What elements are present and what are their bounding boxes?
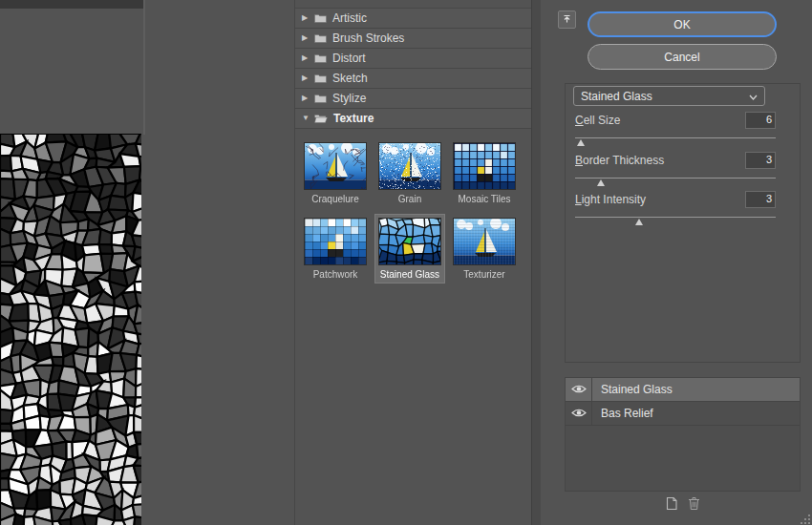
disclosure-collapsed-icon: ▶ xyxy=(302,54,313,62)
slider-thumb[interactable] xyxy=(597,179,605,186)
folder-icon xyxy=(314,74,327,83)
thumbnail-image xyxy=(304,218,367,265)
thumbnail-craquelure[interactable]: Craquelure xyxy=(301,139,370,207)
slider-value-input[interactable]: 6 xyxy=(745,112,776,129)
category-sketch[interactable]: ▶ Sketch xyxy=(295,69,531,89)
cancel-button[interactable]: Cancel xyxy=(588,44,777,70)
category-distort[interactable]: ▶ Distort xyxy=(295,49,531,69)
category-list: ▶ Artistic ▶ Brush Strokes ▶ Distort ▶ S… xyxy=(295,8,531,129)
thumbnail-stained-glass[interactable]: Stained Glass xyxy=(375,215,444,283)
slider-thumb[interactable] xyxy=(635,219,643,225)
slider-track[interactable] xyxy=(575,137,776,138)
effect-layers-panel: Stained Glass Bas Relief xyxy=(565,377,801,492)
thumbnail-image xyxy=(453,142,516,190)
category-label: Brush Strokes xyxy=(332,32,404,45)
disclosure-expanded-icon: ▼ xyxy=(302,115,313,122)
slider-track[interactable] xyxy=(575,217,776,218)
trash-icon xyxy=(688,496,700,514)
slider-label: Border Thickness xyxy=(575,154,664,167)
cell-size-slider-group: Cell Size 6 xyxy=(575,112,776,138)
disclosure-collapsed-icon: ▶ xyxy=(302,74,313,82)
slider-label: Light Intensity xyxy=(575,193,646,206)
effect-layer-bas-relief[interactable]: Bas Relief xyxy=(566,402,800,426)
new-layer-icon xyxy=(664,496,678,514)
slider-value-input[interactable]: 3 xyxy=(745,191,776,208)
thumbnail-label: Craquelure xyxy=(301,194,370,204)
thumbnail-mosaic-tiles[interactable]: Mosaic Tiles xyxy=(450,139,519,207)
effect-layer-stained-glass[interactable]: Stained Glass xyxy=(566,378,800,402)
eye-icon xyxy=(571,381,587,398)
thumbnail-label: Mosaic Tiles xyxy=(450,194,519,204)
slider-thumb[interactable] xyxy=(577,139,585,146)
category-artistic[interactable]: ▶ Artistic xyxy=(295,9,531,29)
thumbnail-grain[interactable]: Grain xyxy=(375,139,444,207)
filter-thumbnail-grid: Craquelure Grain Mosaic Tiles Patchwork … xyxy=(301,139,531,283)
filter-gallery-dialog: ▶ Artistic ▶ Brush Strokes ▶ Distort ▶ S… xyxy=(0,0,812,525)
folder-icon xyxy=(314,33,327,43)
slider-value-input[interactable]: 3 xyxy=(745,152,776,169)
thumbnail-image xyxy=(453,218,516,265)
effect-layer-label: Stained Glass xyxy=(592,378,673,401)
new-effect-layer-button[interactable] xyxy=(661,496,680,513)
filter-select-value: Stained Glass xyxy=(581,90,652,103)
category-texture[interactable]: ▼ Texture xyxy=(295,109,531,129)
category-brush-strokes[interactable]: ▶ Brush Strokes xyxy=(295,29,531,49)
thumbnail-texturizer[interactable]: Texturizer xyxy=(450,215,519,283)
effect-layer-label: Bas Relief xyxy=(592,402,653,425)
preview-canvas[interactable] xyxy=(0,134,141,525)
light-intensity-slider-group: Light Intensity 3 xyxy=(575,191,776,218)
category-stylize[interactable]: ▶ Stylize xyxy=(295,89,531,109)
thumbnail-image xyxy=(304,142,367,190)
delete-effect-layer-button[interactable] xyxy=(684,496,703,513)
slider-track[interactable] xyxy=(575,178,776,178)
filter-select[interactable]: Stained Glass xyxy=(573,86,765,106)
thumbnail-image xyxy=(378,142,441,190)
thumbnail-label: Texturizer xyxy=(450,269,519,280)
thumbnail-label: Grain xyxy=(375,194,444,204)
border-thickness-slider-group: Border Thickness 3 xyxy=(575,152,776,178)
arrow-up-icon xyxy=(562,12,572,27)
thumbnail-patchwork[interactable]: Patchwork xyxy=(301,215,370,283)
preview-image-top-edge xyxy=(0,0,145,9)
thumbnail-label: Stained Glass xyxy=(375,269,444,280)
category-label: Sketch xyxy=(332,72,368,85)
collapse-panel-button[interactable] xyxy=(558,10,576,29)
open-folder-icon xyxy=(314,114,328,123)
category-label: Distort xyxy=(332,52,366,65)
disclosure-collapsed-icon: ▶ xyxy=(302,94,313,102)
disclosure-collapsed-icon: ▶ xyxy=(302,14,313,22)
visibility-toggle[interactable] xyxy=(566,402,592,425)
resize-grip[interactable] xyxy=(799,512,811,524)
folder-icon xyxy=(314,94,327,103)
thumbnail-label: Patchwork xyxy=(301,269,370,280)
eye-icon xyxy=(571,405,587,422)
category-label: Stylize xyxy=(332,92,366,105)
folder-icon xyxy=(314,13,327,23)
visibility-toggle[interactable] xyxy=(566,378,592,401)
disclosure-collapsed-icon: ▶ xyxy=(302,34,313,42)
folder-icon xyxy=(314,53,327,63)
thumbnail-image xyxy=(378,218,441,265)
scrollbar[interactable] xyxy=(531,0,541,525)
preview-canvas-edge xyxy=(143,0,145,135)
category-label: Texture xyxy=(333,112,374,125)
filter-category-panel: ▶ Artistic ▶ Brush Strokes ▶ Distort ▶ S… xyxy=(294,0,541,525)
chevron-down-icon xyxy=(749,90,758,103)
category-label: Artistic xyxy=(332,11,367,25)
slider-label: Cell Size xyxy=(575,114,620,127)
ok-button[interactable]: OK xyxy=(588,11,777,37)
